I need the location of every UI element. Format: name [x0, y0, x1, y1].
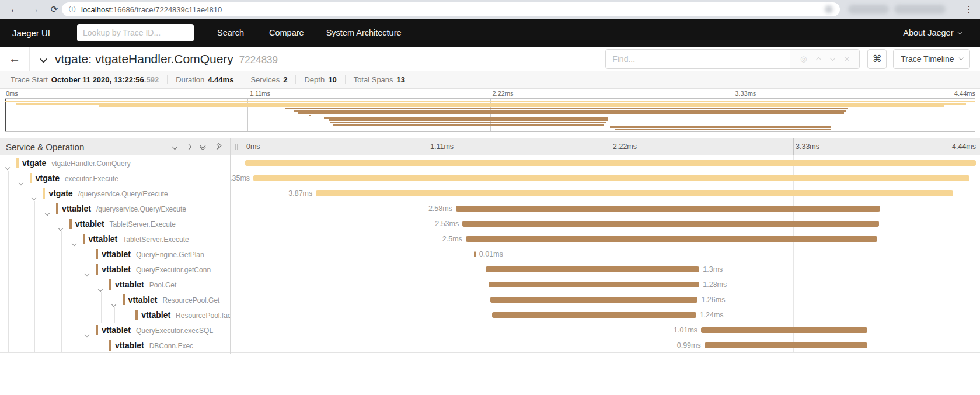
tree-guide-line: [8, 323, 9, 338]
span-duration-bar[interactable]: [492, 312, 696, 318]
minimap-canvas[interactable]: [5, 98, 975, 132]
tree-guide-line: [22, 262, 22, 277]
tree-guide-line: [22, 247, 22, 262]
span-tree-row[interactable]: vtgateexecutor.Execute: [0, 171, 230, 186]
service-operation-header: Service & Operation: [0, 138, 230, 155]
span-timeline-row[interactable]: 3.87ms: [245, 186, 976, 201]
span-duration-label: 2.58ms: [428, 205, 456, 213]
browser-forward-icon[interactable]: →: [26, 0, 43, 19]
span-duration-bar[interactable]: [466, 236, 877, 242]
span-tree-row[interactable]: vtgatevtgateHandler.ComQuery: [0, 155, 230, 171]
span-tree-row[interactable]: vttabletQueryExecutor.execSQL: [0, 323, 230, 338]
span-tree-row[interactable]: vttabletQueryEngine.GetPlan: [0, 247, 230, 262]
span-duration-bar[interactable]: [489, 282, 699, 287]
span-tree-row[interactable]: vttabletResourcePool.Get: [0, 292, 230, 307]
span-duration-label: 0.01ms: [476, 250, 503, 258]
blurred-extension: [894, 5, 946, 14]
span-duration-bar[interactable]: [705, 342, 867, 348]
summary-label: Trace Start: [11, 75, 48, 84]
span-tree-row[interactable]: vttabletTabletServer.Execute: [0, 231, 230, 247]
minimap-span-bar: [324, 117, 608, 119]
expand-all-icon[interactable]: [215, 145, 221, 149]
span-timeline-row[interactable]: [245, 155, 976, 171]
span-duration-bar[interactable]: [316, 190, 953, 196]
span-tree-row[interactable]: vttabletTabletServer.Execute: [0, 216, 230, 231]
span-timeline-row[interactable]: 2.58ms: [245, 201, 976, 216]
tree-guide-line: [34, 247, 35, 262]
span-tree-row[interactable]: vttabletResourcePool.factory: [0, 307, 230, 323]
navbar-item-compare[interactable]: Compare: [269, 28, 304, 37]
span-tree-row[interactable]: vttabletPool.Get: [0, 277, 230, 292]
keyboard-shortcuts-button[interactable]: ⌘: [867, 49, 887, 69]
minimap-span-bar: [5, 101, 975, 102]
browser-refresh-icon[interactable]: ⟳: [46, 0, 63, 19]
span-duration-bar[interactable]: [486, 266, 700, 272]
clear-find-icon[interactable]: ×: [845, 54, 850, 64]
span-tree-row[interactable]: vttablet/queryservice.Query/Execute: [0, 201, 230, 216]
browser-menu-icon[interactable]: ⋮: [960, 0, 978, 19]
span-timeline-row[interactable]: 2.53ms: [245, 216, 976, 231]
span-duration-bar[interactable]: [701, 327, 867, 333]
summary-item: Total Spans13: [345, 75, 413, 84]
prev-match-icon[interactable]: [816, 57, 822, 63]
trace-minimap: 0ms1.11ms2.22ms3.33ms4.44ms: [0, 89, 980, 138]
tree-guide-line: [48, 277, 48, 292]
blurred-icon: [825, 5, 833, 13]
trace-view-selector[interactable]: Trace Timeline: [893, 49, 970, 69]
span-timeline-pane: 4.35ms3.87ms2.58ms2.53ms2.5ms0.01ms1.3ms…: [231, 155, 980, 352]
jaeger-brand[interactable]: Jaeger UI: [12, 28, 50, 38]
collapse-trace-chevron[interactable]: [41, 54, 46, 64]
span-duration-bar[interactable]: [245, 160, 976, 166]
pane-resizer-handle[interactable]: [235, 144, 239, 150]
span-timeline-row[interactable]: 1.26ms: [245, 292, 976, 307]
collapse-one-icon[interactable]: [173, 145, 177, 149]
browser-back-icon[interactable]: ←: [6, 0, 23, 19]
about-jaeger-menu[interactable]: About Jaeger: [903, 28, 961, 37]
minimap-scrubber-handle[interactable]: [5, 99, 6, 131]
tree-guide-line: [114, 307, 115, 323]
site-info-icon[interactable]: ⓘ: [69, 5, 76, 15]
tree-guide-line: [22, 292, 22, 307]
span-timeline-row[interactable]: 1.01ms: [245, 323, 976, 338]
span-tree-pane: vtgatevtgateHandler.ComQueryvtgateexecut…: [0, 155, 230, 352]
trace-lookup-input[interactable]: [77, 24, 194, 41]
tree-guide-line: [34, 307, 35, 323]
span-timeline-row[interactable]: 1.24ms: [245, 307, 976, 323]
tree-guide-line: [48, 247, 48, 262]
summary-item: Depth10: [295, 75, 344, 84]
span-service-name: vttabletQueryExecutor.execSQL: [102, 323, 213, 338]
span-timeline-row[interactable]: 0.01ms: [245, 247, 976, 262]
span-duration-bar[interactable]: [456, 206, 881, 212]
next-match-icon[interactable]: [829, 55, 835, 61]
navbar-item-search[interactable]: Search: [217, 28, 244, 37]
expand-one-icon[interactable]: [187, 145, 191, 149]
tick-label: 4.44ms: [952, 143, 976, 151]
navbar-item-system-architecture[interactable]: System Architecture: [326, 28, 402, 37]
browser-address-bar[interactable]: ⓘ localhost:16686/trace/7224839c11ae4810: [62, 2, 840, 16]
span-duration-bar[interactable]: [490, 297, 697, 303]
span-timeline-row[interactable]: 1.28ms: [245, 277, 976, 292]
collapse-all-icon[interactable]: [201, 144, 205, 150]
back-button[interactable]: ←: [0, 47, 30, 71]
span-timeline-row[interactable]: 1.3ms: [245, 262, 976, 277]
tree-guide-line: [8, 216, 9, 231]
tree-guide-line: [34, 292, 35, 307]
focus-match-icon[interactable]: ◎: [800, 54, 807, 63]
pane-divider[interactable]: [230, 138, 231, 354]
span-timeline-row[interactable]: 0.99ms: [245, 338, 976, 352]
minimap-span-bar: [329, 119, 608, 121]
tree-guide-line: [34, 216, 35, 231]
summary-value: 10: [328, 75, 336, 84]
span-tree-row[interactable]: vtgate/queryservice.Query/Execute: [0, 186, 230, 201]
span-timeline-row[interactable]: 2.5ms: [245, 231, 976, 247]
tree-guide-line: [8, 262, 9, 277]
span-tree-row[interactable]: vttabletDBConn.Exec: [0, 338, 230, 352]
span-tree-row[interactable]: vttabletQueryExecutor.getConn: [0, 262, 230, 277]
span-duration-label: 0.99ms: [677, 341, 705, 349]
span-timeline-row[interactable]: 4.35ms: [245, 171, 976, 186]
tick-label: 0ms: [5, 90, 18, 97]
span-duration-bar[interactable]: [462, 221, 878, 227]
find-input[interactable]: [606, 50, 790, 68]
span-duration-bar[interactable]: [253, 175, 969, 181]
tree-guide-line: [22, 277, 22, 292]
